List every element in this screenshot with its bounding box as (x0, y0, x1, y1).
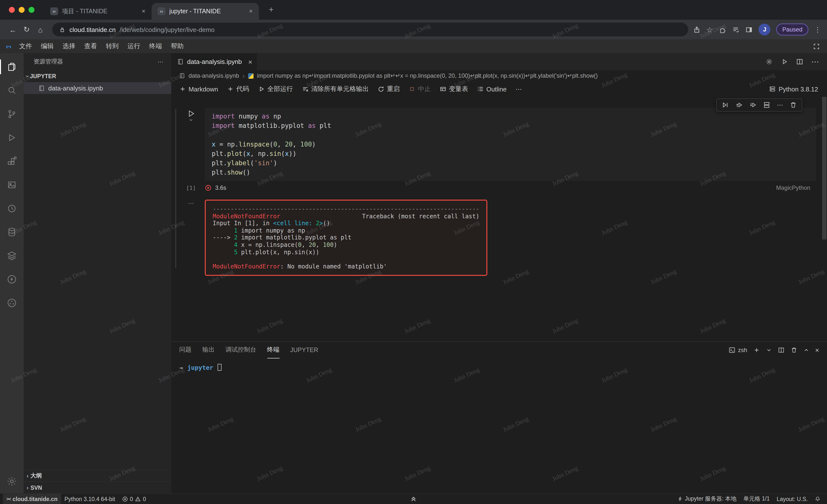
sidebar-more-actions-icon[interactable]: ⋯ (157, 58, 163, 65)
sidebar-section-svn[interactable]: › SVN (23, 482, 171, 493)
remote-explorer-icon[interactable] (0, 173, 23, 197)
sidebar-section-jupyter[interactable]: › JUPYTER (23, 70, 171, 82)
problems-status[interactable]: 0 0 (118, 494, 150, 504)
maximize-panel-icon[interactable] (804, 347, 809, 353)
run-debug-icon[interactable] (0, 126, 23, 150)
cell-more-actions-icon[interactable]: ⋯ (777, 103, 783, 107)
panel-tab-problems[interactable]: 问题 (179, 342, 192, 358)
breadcrumb-cell-code[interactable]: import numpy as np↵import matplotlib.pyp… (257, 72, 598, 79)
browser-menu-icon[interactable]: ⋮ (814, 25, 821, 34)
keyboard-layout-status[interactable]: Layout: U.S. (773, 496, 811, 502)
run-all-button[interactable]: 全部运行 (254, 83, 297, 95)
split-cell-icon[interactable] (763, 101, 770, 109)
python-interpreter-status[interactable]: Python 3.10.4 64-bit (61, 494, 118, 504)
breadcrumb-file[interactable]: data-analysis.ipynb (189, 72, 239, 79)
terminal-command: jupyter (187, 364, 213, 371)
output-more-icon[interactable]: ⋯ (177, 200, 205, 276)
close-panel-icon[interactable]: × (815, 346, 819, 354)
execute-below-icon[interactable] (749, 101, 757, 109)
layers-icon[interactable] (0, 244, 23, 268)
live-share-icon[interactable] (0, 291, 23, 315)
run-icon[interactable] (781, 58, 788, 65)
shell-picker[interactable]: zsh (729, 347, 747, 353)
address-bar[interactable]: cloud.titanide.cn/ide/web/coding/jupyter… (52, 22, 688, 37)
run-by-line-icon[interactable] (722, 101, 729, 109)
panel-tab-terminal[interactable]: 终端 (267, 342, 279, 358)
menu-file[interactable]: 文件 (15, 40, 37, 52)
window-zoom-button[interactable] (29, 7, 35, 13)
profile-paused-badge[interactable]: Paused (777, 23, 808, 36)
toggle-fullscreen-icon[interactable] (813, 43, 822, 50)
window-minimize-button[interactable] (19, 7, 25, 13)
browser-tab-project[interactable]: ‹› 项目 - TITANIDE × (44, 3, 152, 20)
history-icon[interactable] (0, 197, 23, 220)
editor-tab-notebook[interactable]: data-analysis.ipynb × (171, 53, 257, 70)
split-terminal-icon[interactable] (778, 347, 785, 353)
kill-terminal-icon[interactable] (790, 347, 797, 353)
notifications-bell-icon[interactable] (811, 496, 824, 502)
terminal-content[interactable]: →jupyter (171, 358, 827, 493)
file-item-notebook[interactable]: data-analysis.ipynb (23, 82, 171, 94)
language-mode[interactable]: MagicPython (776, 184, 816, 191)
menu-edit[interactable]: 编辑 (37, 40, 58, 52)
database-icon[interactable] (0, 220, 23, 244)
toolbar-more-icon[interactable]: ⋯ (512, 84, 526, 94)
source-control-icon[interactable] (0, 102, 23, 126)
notebook-settings-gear-icon[interactable] (766, 58, 773, 65)
reload-button[interactable]: ↻ (20, 22, 34, 37)
variables-button[interactable]: 变量表 (436, 83, 472, 95)
profile-avatar[interactable]: J (759, 23, 771, 36)
close-tab-icon[interactable]: × (248, 58, 252, 66)
restart-button[interactable]: 重启 (374, 83, 404, 95)
kernel-picker[interactable]: Python 3.8.12 (769, 85, 823, 93)
explorer-icon[interactable] (0, 55, 23, 79)
menu-run[interactable]: 运行 (123, 40, 145, 52)
menu-view[interactable]: 查看 (80, 40, 101, 52)
terminal-dropdown-chevron-icon[interactable] (766, 347, 772, 353)
new-tab-button[interactable]: + (265, 3, 278, 16)
menu-terminal[interactable]: 终端 (145, 40, 166, 52)
home-button[interactable]: ⌂ (34, 22, 47, 37)
extensions-icon[interactable] (0, 150, 23, 173)
panel-tab-output[interactable]: 输出 (202, 342, 214, 358)
tab-close-icon[interactable]: × (139, 7, 148, 15)
delete-cell-icon[interactable] (790, 101, 797, 109)
browser-tab-jupyter[interactable]: ‹› jupyter - TITANIDE × (152, 3, 259, 20)
menu-selection[interactable]: 选择 (58, 40, 80, 52)
editor-scrollbar[interactable] (822, 97, 827, 239)
split-editor-icon[interactable] (796, 58, 804, 65)
menu-goto[interactable]: 转到 (101, 40, 123, 52)
back-button[interactable]: ← (6, 22, 20, 37)
power-bolt-icon[interactable] (0, 268, 23, 291)
menu-help[interactable]: 帮助 (166, 40, 188, 52)
new-terminal-icon[interactable] (753, 347, 760, 353)
share-icon[interactable] (693, 26, 700, 33)
browser-actions: ☆ J Paused ⋮ (693, 23, 821, 36)
panel-tab-jupyter[interactable]: JUPYTER (290, 342, 318, 358)
interrupt-button[interactable]: 中止 (405, 83, 435, 95)
outline-button[interactable]: Outline (473, 84, 510, 94)
execute-above-icon[interactable] (735, 101, 743, 109)
sidebar-section-outline[interactable]: › 大纲 (23, 469, 171, 482)
add-code-button[interactable]: 代码 (223, 83, 253, 95)
cell-code-editor[interactable]: import numpy as npimport matplotlib.pypl… (205, 108, 816, 181)
remote-indicator[interactable]: >< cloud.titanide.cn (3, 494, 61, 504)
run-cell-dropdown-chevron-icon[interactable] (189, 117, 193, 122)
restore-panel-chevrons-icon[interactable] (410, 494, 417, 504)
breadcrumb[interactable]: data-analysis.ipynb › import numpy as np… (171, 70, 827, 81)
add-markdown-button[interactable]: Markdown (175, 84, 222, 94)
jupyter-server-status[interactable]: Jupyter 服务器: 本地 (674, 495, 740, 503)
cell-position-status[interactable]: 单元格 1/1 (740, 495, 773, 503)
tab-close-icon[interactable]: × (247, 7, 255, 15)
panel-tab-debug-console[interactable]: 调试控制台 (226, 342, 256, 358)
more-actions-icon[interactable]: ⋯ (811, 57, 819, 66)
run-cell-button[interactable] (187, 110, 195, 117)
extensions-puzzle-icon[interactable] (719, 26, 726, 33)
window-close-button[interactable] (9, 7, 15, 13)
search-icon[interactable] (0, 79, 23, 102)
reading-list-icon[interactable] (732, 26, 740, 33)
settings-gear-icon[interactable] (0, 469, 23, 493)
bookmark-star-icon[interactable]: ☆ (707, 26, 713, 33)
side-panel-icon[interactable] (745, 26, 753, 33)
clear-outputs-button[interactable]: 清除所有单元格输出 (298, 83, 373, 95)
